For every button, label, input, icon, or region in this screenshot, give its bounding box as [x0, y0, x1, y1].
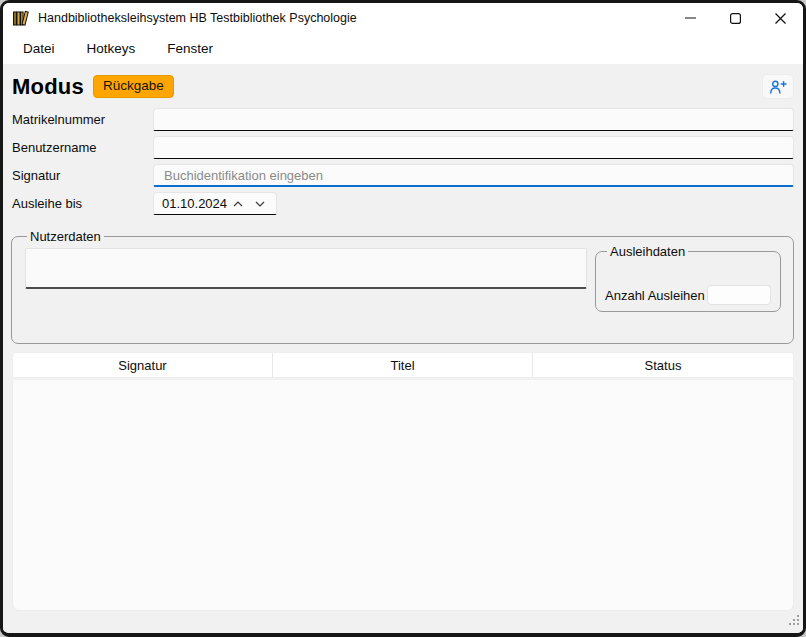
column-header-signatur[interactable]: Signatur [13, 353, 273, 377]
matrikelnummer-label: Matrikelnummer [12, 112, 153, 127]
matrikelnummer-field[interactable] [153, 108, 794, 131]
ausleihdaten-groupbox: Ausleihdaten Anzahl Ausleihen [595, 244, 781, 312]
content-area: Modus Rückgabe Matrikelnummer Benutzerna… [3, 64, 803, 611]
ausleihe-bis-value: 01.10.2024 [162, 196, 227, 211]
chevron-up-icon [233, 201, 243, 207]
app-window: Handbibliotheksleihsystem HB Testbibliot… [0, 0, 806, 637]
benutzername-row: Benutzername [12, 136, 794, 159]
maximize-icon [730, 13, 741, 24]
anzahl-ausleihen-row: Anzahl Ausleihen [605, 285, 771, 305]
anzahl-ausleihen-field[interactable] [707, 285, 771, 305]
column-header-titel[interactable]: Titel [273, 353, 533, 377]
column-header-status[interactable]: Status [533, 353, 793, 377]
mode-badge: Rückgabe [93, 75, 174, 98]
statusbar [3, 611, 803, 633]
minimize-button[interactable] [668, 3, 713, 33]
benutzername-label: Benutzername [12, 140, 153, 155]
close-button[interactable] [758, 3, 803, 33]
nutzerdaten-groupbox: Nutzerdaten Ausleihdaten Anzahl Ausleihe… [11, 229, 794, 344]
ausleihdaten-legend: Ausleihdaten [607, 244, 688, 259]
anzahl-ausleihen-label: Anzahl Ausleihen [605, 288, 705, 303]
resize-grip-icon[interactable] [789, 612, 800, 630]
person-add-icon [769, 80, 787, 94]
ausleihe-bis-spinner[interactable]: 01.10.2024 [153, 192, 277, 215]
chevron-down-icon [255, 201, 265, 207]
add-user-button[interactable] [762, 74, 794, 99]
loans-table: Signatur Titel Status [12, 352, 794, 611]
signatur-row: Signatur [12, 164, 794, 187]
window-controls [668, 3, 803, 33]
page-title: Modus [12, 74, 84, 100]
menu-fenster[interactable]: Fenster [165, 37, 215, 60]
matrikelnummer-row: Matrikelnummer [12, 108, 794, 131]
menu-datei[interactable]: Datei [21, 37, 57, 60]
date-increment-button[interactable] [227, 193, 249, 214]
loans-table-body [12, 380, 794, 611]
close-icon [775, 13, 786, 24]
ausleihe-bis-row: Ausleihe bis 01.10.2024 [12, 192, 794, 215]
titlebar: Handbibliotheksleihsystem HB Testbibliot… [3, 3, 803, 33]
menu-hotkeys[interactable]: Hotkeys [85, 37, 138, 60]
signatur-field[interactable] [153, 164, 794, 187]
maximize-button[interactable] [713, 3, 758, 33]
date-decrement-button[interactable] [249, 193, 271, 214]
signatur-label: Signatur [12, 168, 153, 183]
ausleihe-bis-label: Ausleihe bis [12, 196, 153, 211]
books-icon [12, 10, 29, 27]
window-title: Handbibliotheksleihsystem HB Testbibliot… [38, 11, 357, 25]
lending-form: Matrikelnummer Benutzername Signatur Aus… [12, 108, 794, 215]
nutzerdaten-inner: Ausleihdaten Anzahl Ausleihen [25, 248, 781, 312]
nutzerdaten-textarea[interactable] [25, 248, 587, 289]
benutzername-field[interactable] [153, 136, 794, 159]
nutzerdaten-legend: Nutzerdaten [27, 229, 104, 244]
loans-table-header: Signatur Titel Status [12, 352, 794, 378]
menubar: Datei Hotkeys Fenster [3, 33, 803, 64]
minimize-icon [685, 17, 696, 19]
mode-row: Modus Rückgabe [12, 73, 794, 100]
